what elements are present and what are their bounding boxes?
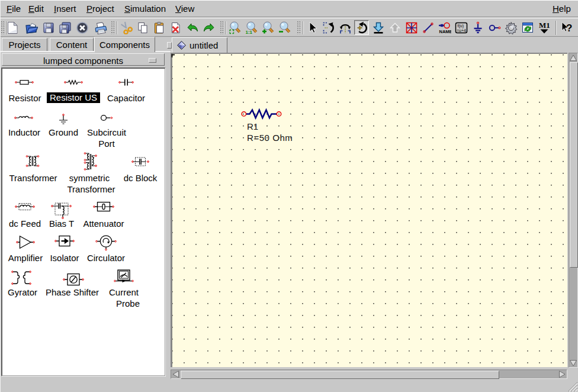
svg-text:?: ? (566, 23, 572, 34)
svg-text:R=50 Ohm: R=50 Ohm (247, 133, 293, 143)
svg-text:R1: R1 (247, 121, 258, 131)
svg-text:1:1: 1:1 (246, 30, 253, 34)
svg-text:=u+4: =u+4 (457, 28, 466, 33)
svg-text:M1: M1 (539, 21, 550, 30)
svg-text:NAME: NAME (439, 29, 452, 34)
